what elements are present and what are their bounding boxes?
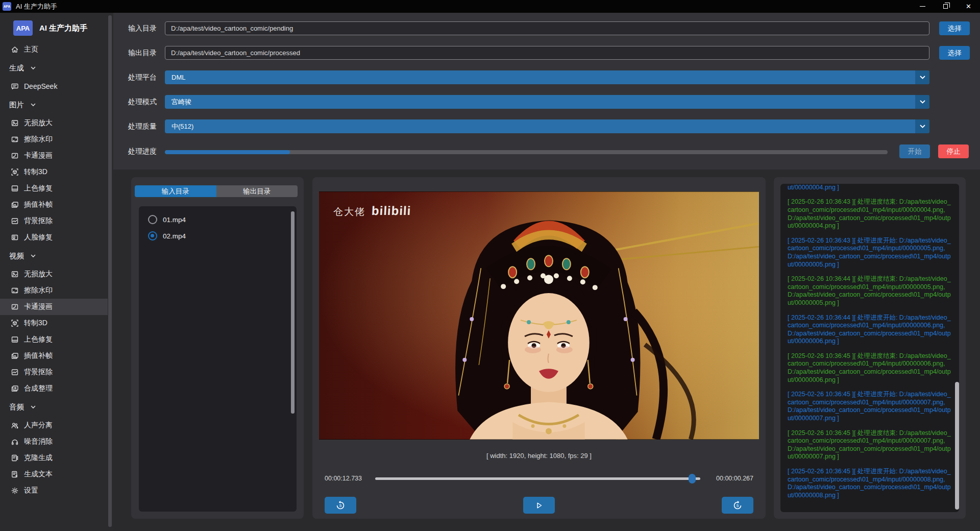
- mode-select[interactable]: 宫崎骏: [165, 95, 929, 109]
- sidebar-item-人脸修复[interactable]: 人脸修复: [0, 229, 108, 246]
- video-info-text: [ width: 1920, height: 1080, fps: 29 ]: [312, 452, 766, 460]
- sidebar-item-label: 擦除水印: [24, 286, 53, 295]
- minimize-button[interactable]: [911, 0, 934, 13]
- bgremove-icon: [11, 217, 19, 225]
- input-dir-select-button[interactable]: 选择: [939, 21, 970, 35]
- time-remaining: 00:00:00.267: [716, 475, 753, 482]
- sidebar-item-生成文本[interactable]: 生成文本: [0, 466, 108, 482]
- sidebar-item-主页[interactable]: 主页: [0, 41, 108, 58]
- log-entry: [ 2025-02-26 10:36:45 ][ 处理进度开始: D:/apa/…: [788, 391, 952, 422]
- close-button[interactable]: ✕: [957, 0, 980, 13]
- sidebar-item-克隆生成[interactable]: 克隆生成: [0, 450, 108, 466]
- radio-icon[interactable]: [148, 231, 157, 240]
- sidebar-item-label: 无损放大: [24, 118, 53, 128]
- quality-select[interactable]: 中(512): [165, 119, 929, 133]
- video-player-panel: 仓大佬 bilibili [ width: 1920, height: 1080…: [312, 177, 766, 519]
- sidebar-item-插值补帧[interactable]: 插值补帧: [0, 348, 108, 364]
- sidebar-item-label: 设置: [24, 486, 38, 495]
- sidebar-item-插值补帧[interactable]: 插值补帧: [0, 197, 108, 213]
- tab-input-dir[interactable]: 输入目录: [135, 185, 216, 197]
- play-icon: [535, 501, 543, 510]
- bilibili-logo-text: bilibili: [371, 204, 411, 218]
- start-button[interactable]: 开始: [899, 144, 930, 158]
- sidebar-item-合成整理[interactable]: 合成整理: [0, 380, 108, 397]
- output-dir-field[interactable]: [165, 46, 929, 60]
- file-list-item[interactable]: 01.mp4: [139, 211, 297, 228]
- sidebar-item-无损放大[interactable]: 无损放大: [0, 266, 108, 282]
- logo-badge: APA: [13, 20, 33, 36]
- upscale-icon: [11, 270, 19, 278]
- titlebar: APA AI 生产力助手 ✕: [0, 0, 980, 13]
- sidebar-item-上色修复[interactable]: 上色修复: [0, 180, 108, 197]
- sidebar-group-图片[interactable]: 图片: [0, 94, 108, 115]
- stop-button[interactable]: 停止: [938, 144, 969, 158]
- sidebar-item-label: 卡通漫画: [24, 302, 53, 311]
- window-title: AI 生产力助手: [16, 2, 57, 11]
- rewind-5s-button[interactable]: 5: [325, 497, 356, 514]
- frames-icon: [11, 201, 19, 209]
- sidebar-item-噪音消除[interactable]: 噪音消除: [0, 433, 108, 450]
- sidebar-item-卡通漫画[interactable]: 卡通漫画: [0, 148, 108, 164]
- sidebar-group-音频[interactable]: 音频: [0, 397, 108, 417]
- sidebar-item-卡通漫画[interactable]: 卡通漫画: [0, 299, 108, 315]
- radio-icon[interactable]: [148, 215, 157, 224]
- sidebar-item-label: 卡通漫画: [24, 151, 53, 160]
- input-dir-field[interactable]: [165, 21, 929, 35]
- output-dir-select-button[interactable]: 选择: [939, 46, 970, 60]
- sidebar-item-label: 噪音消除: [24, 437, 53, 446]
- clone-icon: [11, 454, 19, 462]
- sidebar-item-转制3D[interactable]: 转制3D: [0, 164, 108, 180]
- sidebar-item-上色修复[interactable]: 上色修复: [0, 331, 108, 348]
- file-list: 01.mp4 02.mp4: [139, 206, 297, 512]
- log-entry: [ 2025-02-26 10:36:43 ][ 处理进度结束: D:/apa/…: [788, 198, 952, 230]
- chevron-down-icon: [915, 119, 929, 133]
- platform-select[interactable]: DML: [165, 70, 929, 84]
- sidebar-item-label: 无损放大: [24, 270, 53, 279]
- restore-button[interactable]: [934, 0, 957, 13]
- sidebar-scrollbar[interactable]: [108, 15, 112, 527]
- sidebar-item-label: DeepSeek: [24, 82, 57, 90]
- play-button[interactable]: [523, 497, 555, 514]
- textgen-icon: [11, 470, 19, 478]
- sidebar-item-擦除水印[interactable]: 擦除水印: [0, 131, 108, 148]
- sidebar-item-无损放大[interactable]: 无损放大: [0, 115, 108, 131]
- settings-form: 输入目录 选择 输出目录 选择 处理平台 DML 处理模式 宫崎骏 处理质量 中…: [113, 13, 980, 170]
- sidebar-item-label: 合成整理: [24, 384, 53, 393]
- sidebar-item-label: 擦除水印: [24, 135, 53, 144]
- video-preview: 仓大佬 bilibili: [319, 191, 759, 440]
- log-entry: [ 2025-02-26 10:36:45 ][ 处理进度结束: D:/apa/…: [788, 429, 952, 461]
- svg-text:5: 5: [339, 503, 342, 508]
- tab-output-dir[interactable]: 输出目录: [216, 185, 298, 197]
- video-frame-art: [319, 191, 759, 440]
- sidebar-item-DeepSeek[interactable]: DeepSeek: [0, 78, 108, 94]
- sidebar-item-背景抠除[interactable]: 背景抠除: [0, 364, 108, 380]
- seek-handle[interactable]: [689, 474, 696, 484]
- sidebar-logo: APA AI 生产力助手: [13, 20, 87, 36]
- sidebar-item-label: 上色修复: [24, 335, 53, 344]
- log-entry: [ 2025-02-26 10:36:43 ][ 处理进度开始: D:/apa/…: [788, 237, 952, 269]
- platform-value: DML: [172, 74, 185, 81]
- seek-bar[interactable]: [375, 477, 700, 480]
- sidebar-item-背景抠除[interactable]: 背景抠除: [0, 213, 108, 229]
- sidebar-item-擦除水印[interactable]: 擦除水印: [0, 282, 108, 299]
- log-entry: [ 2025-02-26 10:36:44 ][ 处理进度开始: D:/apa/…: [788, 314, 952, 346]
- sidebar-group-生成[interactable]: 生成: [0, 58, 108, 78]
- cartoon-icon: [11, 303, 19, 311]
- sidebar-item-转制3D[interactable]: 转制3D: [0, 315, 108, 331]
- cube3d-icon: [11, 319, 19, 327]
- file-list-scrollbar[interactable]: [291, 211, 295, 414]
- upscale-icon: [11, 119, 19, 127]
- sidebar-group-视频[interactable]: 视频: [0, 246, 108, 266]
- sidebar-group-label: 音频: [9, 402, 24, 412]
- cartoon-icon: [11, 152, 19, 160]
- log-scrollbar[interactable]: [955, 382, 959, 510]
- chevron-down-icon: [915, 70, 929, 84]
- sidebar-item-label: 克隆生成: [24, 453, 53, 463]
- forward-5s-button[interactable]: 5: [722, 497, 753, 514]
- sidebar-item-人声分离[interactable]: 人声分离: [0, 417, 108, 433]
- chevron-down-icon: [915, 95, 929, 109]
- watermark-cn: 仓大佬: [333, 205, 365, 219]
- restore-icon: [943, 4, 948, 9]
- sidebar-item-设置[interactable]: 设置: [0, 482, 108, 499]
- file-list-item[interactable]: 02.mp4: [139, 228, 297, 244]
